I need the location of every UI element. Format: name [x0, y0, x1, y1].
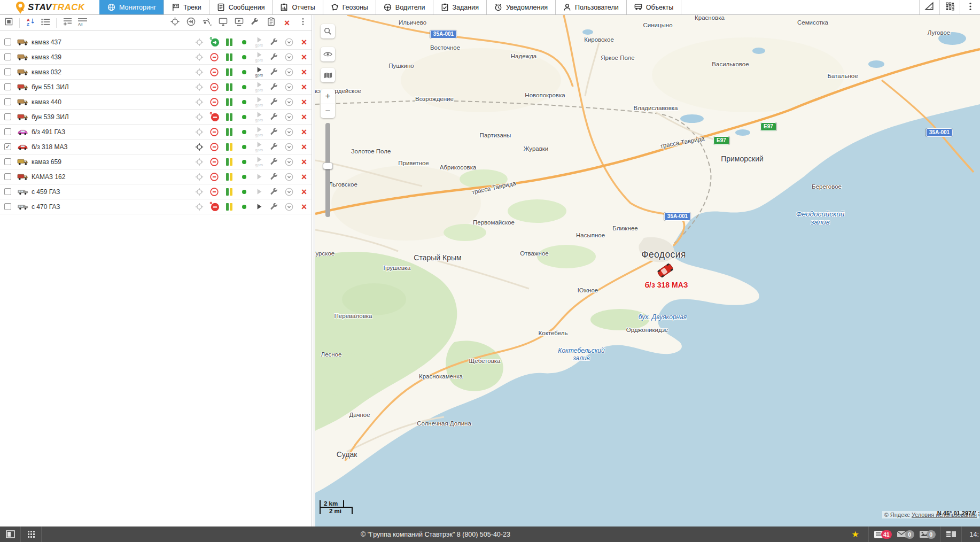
vehicle-checkbox[interactable] — [4, 68, 11, 75]
vehicle-row[interactable]: +с 470 ГАЗ× — [0, 199, 312, 214]
locate-crosshair-icon[interactable] — [192, 50, 207, 65]
remove-from-list-icon[interactable]: × — [297, 110, 312, 125]
vehicle-name[interactable]: камаз 659 — [32, 158, 192, 166]
notifications-button[interactable]: 41 — [874, 530, 892, 539]
target-button[interactable] — [169, 18, 180, 28]
vehicle-name[interactable]: бун 551 ЗИЛ — [32, 83, 192, 91]
vehicle-row[interactable]: +с 459 ГАЗ× — [0, 184, 312, 199]
vehicle-checkbox[interactable] — [4, 173, 11, 180]
properties-wrench-icon[interactable] — [267, 110, 282, 125]
sort-az-button[interactable]: AZ — [25, 18, 36, 28]
vehicle-checkbox[interactable]: ✓ — [4, 143, 11, 150]
vehicle-row[interactable]: камаз 659gprs× — [0, 154, 312, 169]
tab-Сообщения[interactable]: Сообщения — [209, 0, 273, 14]
locate-crosshair-icon[interactable] — [192, 169, 207, 184]
locate-crosshair-icon[interactable] — [192, 140, 207, 154]
remove-from-list-icon[interactable]: × — [297, 80, 312, 95]
vehicle-row[interactable]: ✓б/з 318 МАЗgprs× — [0, 140, 312, 154]
select-all-button[interactable] — [3, 18, 14, 28]
vehicle-checkbox[interactable] — [4, 203, 11, 210]
row-menu-chevron-icon[interactable] — [282, 35, 297, 50]
screen-play-button[interactable] — [234, 18, 244, 28]
vehicle-name[interactable]: бун 539 ЗИЛ — [32, 113, 192, 121]
vehicle-checkbox[interactable] — [4, 53, 11, 60]
vehicle-checkbox[interactable] — [4, 38, 11, 45]
remove-from-list-icon[interactable]: × — [297, 184, 312, 199]
remove-from-list-icon[interactable]: × — [297, 140, 312, 154]
remove-from-list-icon[interactable]: × — [297, 169, 312, 184]
properties-wrench-icon[interactable] — [267, 184, 282, 199]
remove-from-list-icon[interactable]: × — [297, 65, 312, 80]
remove-from-list-icon[interactable]: × — [297, 95, 312, 110]
locate-crosshair-icon[interactable] — [192, 110, 207, 125]
satellite-button[interactable] — [201, 18, 212, 28]
vehicle-name[interactable]: камаз 440 — [32, 98, 192, 106]
vehicle-name[interactable]: камаз 437 — [32, 38, 192, 46]
row-menu-chevron-icon[interactable] — [282, 125, 297, 140]
follow-button[interactable] — [185, 18, 196, 28]
show-all-button[interactable]: All — [77, 18, 88, 28]
vehicle-checkbox[interactable] — [4, 158, 11, 165]
close-red-button[interactable]: × — [282, 18, 292, 28]
tab-Водители[interactable]: Водители — [376, 0, 433, 14]
locate-crosshair-icon[interactable] — [192, 199, 207, 214]
row-menu-chevron-icon[interactable] — [282, 154, 297, 169]
map-search-button[interactable] — [321, 24, 335, 38]
list-button[interactable] — [40, 18, 51, 28]
map-canvas[interactable]: ИльичевоСиницыноКрасновкаСемисоткаЛугово… — [315, 15, 980, 526]
row-menu-chevron-icon[interactable] — [282, 169, 297, 184]
properties-wrench-icon[interactable] — [267, 154, 282, 169]
clipboard-button[interactable] — [266, 18, 276, 28]
zoom-slider-handle[interactable] — [323, 162, 333, 169]
screen-node-button[interactable] — [217, 18, 228, 28]
remove-from-list-icon[interactable]: × — [297, 125, 312, 140]
row-menu-chevron-icon[interactable] — [282, 95, 297, 110]
add-to-list-button[interactable] — [62, 18, 73, 28]
locate-crosshair-icon[interactable] — [192, 95, 207, 110]
vehicle-name[interactable]: б/з 491 ГАЗ — [32, 128, 192, 136]
apps-grid-button[interactable] — [939, 0, 960, 14]
row-menu-chevron-icon[interactable] — [282, 110, 297, 125]
vehicle-checkbox[interactable] — [4, 128, 11, 135]
vehicle-row[interactable]: камаз 439gprs× — [0, 50, 312, 65]
vehicle-name[interactable]: б/з 318 МАЗ — [32, 143, 192, 151]
row-menu-chevron-icon[interactable] — [282, 140, 297, 154]
vehicle-name[interactable]: камаз 032 — [32, 68, 192, 76]
toggle-sidebar-button[interactable] — [0, 526, 20, 542]
wrench-button[interactable] — [250, 18, 260, 28]
remove-from-list-icon[interactable]: × — [297, 35, 312, 50]
vehicle-name[interactable]: с 470 ГАЗ — [32, 203, 192, 211]
map-layers-button[interactable] — [321, 68, 335, 82]
vehicle-marker[interactable] — [655, 262, 675, 281]
locate-crosshair-icon[interactable] — [192, 125, 207, 140]
row-menu-chevron-icon[interactable] — [282, 65, 297, 80]
vehicle-row[interactable]: КАМАЗ 162× — [0, 169, 312, 184]
locate-crosshair-icon[interactable] — [192, 154, 207, 169]
vehicle-row[interactable]: камаз 032gprs× — [0, 65, 312, 80]
vehicle-checkbox[interactable] — [4, 98, 11, 105]
vehicle-checkbox[interactable] — [4, 83, 11, 90]
remove-from-list-icon[interactable]: × — [297, 199, 312, 214]
properties-wrench-icon[interactable] — [267, 50, 282, 65]
kebab-button[interactable] — [298, 18, 308, 28]
map-visibility-button[interactable] — [321, 47, 335, 61]
properties-wrench-icon[interactable] — [267, 65, 282, 80]
tab-Задания[interactable]: Задания — [433, 0, 486, 14]
locate-crosshair-icon[interactable] — [192, 65, 207, 80]
vehicle-name[interactable]: камаз 439 — [32, 53, 192, 61]
vehicle-checkbox[interactable] — [4, 188, 11, 195]
remove-from-list-icon[interactable]: × — [297, 154, 312, 169]
properties-wrench-icon[interactable] — [267, 35, 282, 50]
tab-Отчеты[interactable]: Отчеты — [272, 0, 322, 14]
zoom-out-button[interactable]: − — [321, 104, 335, 119]
kebab-menu-button[interactable] — [960, 0, 980, 14]
vehicle-row[interactable]: бун 551 ЗИЛgprs× — [0, 80, 312, 95]
properties-wrench-icon[interactable] — [267, 95, 282, 110]
locate-crosshair-icon[interactable] — [192, 35, 207, 50]
vehicle-checkbox[interactable] — [4, 113, 11, 120]
vehicle-name[interactable]: с 459 ГАЗ — [32, 188, 192, 196]
ruler-button[interactable] — [919, 0, 939, 14]
tab-Объекты[interactable]: Объекты — [626, 0, 682, 14]
properties-wrench-icon[interactable] — [267, 169, 282, 184]
locate-crosshair-icon[interactable] — [192, 184, 207, 199]
